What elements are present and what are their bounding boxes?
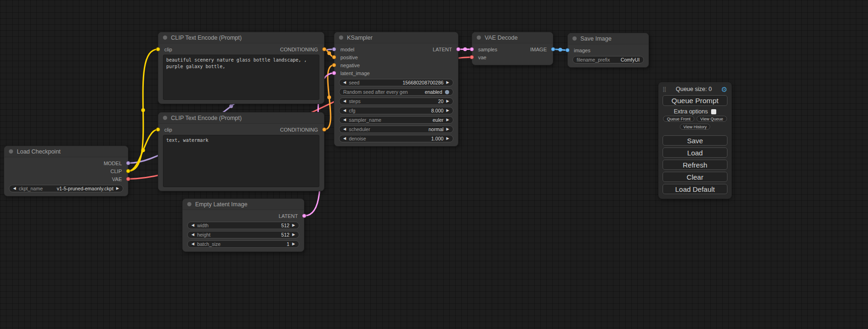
input-label-latent-image: latent_image [340, 70, 370, 76]
node-save-image[interactable]: Save Image images filename_prefix ComfyU… [567, 33, 649, 68]
output-port-clip[interactable] [126, 169, 130, 173]
node-title-bar[interactable]: KSampler [334, 32, 458, 43]
output-port-conditioning[interactable] [322, 47, 326, 51]
node-title-bar[interactable]: CLIP Text Encode (Prompt) [158, 112, 324, 124]
decrement-arrow-icon[interactable]: ◀ [191, 242, 194, 246]
widget-ckpt-name[interactable]: ◀ ckpt_name v1-5-pruned-emaonly.ckpt ▶ [9, 185, 123, 192]
wire-midpoint-dot [463, 48, 467, 51]
drag-handle-icon[interactable]: ⣿ [663, 86, 666, 92]
decrement-arrow-icon[interactable]: ◀ [343, 109, 346, 112]
node-clip-text-encode-negative[interactable]: CLIP Text Encode (Prompt) clip CONDITION… [158, 112, 325, 191]
collapse-icon[interactable] [9, 149, 13, 154]
output-port-vae[interactable] [126, 177, 130, 181]
decrement-arrow-icon[interactable]: ◀ [343, 137, 346, 140]
input-port-samples[interactable] [470, 47, 474, 51]
collapse-icon[interactable] [477, 35, 481, 40]
collapse-icon[interactable] [163, 35, 167, 40]
output-port-conditioning[interactable] [322, 127, 326, 132]
input-label-model: model [340, 47, 354, 52]
widget-cfg[interactable]: ◀ cfg 8.000 ▶ [339, 107, 453, 114]
widget-filename-prefix[interactable]: filename_prefix ComfyUI [572, 56, 644, 63]
input-port-positive[interactable] [332, 55, 336, 59]
increment-arrow-icon[interactable]: ▶ [292, 242, 295, 246]
increment-arrow-icon[interactable]: ▶ [116, 187, 119, 190]
decrement-arrow-icon[interactable]: ◀ [343, 118, 346, 122]
queue-size-label: Queue size: 0 [666, 86, 721, 92]
increment-arrow-icon[interactable]: ▶ [446, 137, 449, 140]
input-port-model[interactable] [332, 47, 336, 51]
decrement-arrow-icon[interactable]: ◀ [191, 233, 194, 237]
widget-sampler-name[interactable]: ◀ sampler_name euler ▶ [339, 116, 453, 124]
widget-label: scheduler [349, 126, 370, 132]
widget-label: sampler_name [349, 117, 381, 123]
widget-height[interactable]: ◀ height 512 ▶ [187, 231, 299, 238]
refresh-button[interactable]: Refresh [663, 160, 727, 170]
decrement-arrow-icon[interactable]: ◀ [343, 99, 346, 103]
input-port-clip[interactable] [156, 127, 160, 132]
extra-options-row: Extra options [663, 108, 727, 115]
extra-options-checkbox[interactable] [711, 109, 716, 114]
collapse-icon[interactable] [163, 116, 167, 120]
widget-value: normal [429, 126, 444, 132]
node-load-checkpoint[interactable]: Load Checkpoint MODEL CLIP VAE ◀ ckpt_na… [4, 146, 128, 196]
widget-batch-size[interactable]: ◀ batch_size 1 ▶ [187, 240, 299, 248]
collapse-icon[interactable] [339, 35, 343, 40]
node-empty-latent-image[interactable]: Empty Latent Image LATENT ◀ width 512 ▶ … [182, 198, 304, 252]
widget-value: 1.000 [431, 136, 444, 141]
decrement-arrow-icon[interactable]: ◀ [13, 187, 16, 190]
widget-width[interactable]: ◀ width 512 ▶ [187, 222, 299, 229]
collapse-icon[interactable] [187, 202, 191, 206]
collapse-icon[interactable] [572, 36, 577, 41]
settings-gear-icon[interactable]: ⚙ [721, 86, 727, 93]
node-title-bar[interactable]: VAE Decode [472, 32, 553, 43]
node-title-bar[interactable]: CLIP Text Encode (Prompt) [158, 32, 324, 43]
clear-button[interactable]: Clear [663, 172, 727, 182]
input-port-negative[interactable] [332, 63, 336, 67]
increment-arrow-icon[interactable]: ▶ [446, 81, 449, 84]
input-port-images[interactable] [565, 48, 570, 52]
widget-value: ComfyUI [621, 57, 640, 63]
increment-arrow-icon[interactable]: ▶ [292, 233, 295, 237]
view-history-button[interactable]: View History [680, 124, 711, 130]
decrement-arrow-icon[interactable]: ◀ [343, 81, 346, 84]
increment-arrow-icon[interactable]: ▶ [446, 118, 449, 122]
load-default-button[interactable]: Load Default [663, 184, 727, 194]
increment-arrow-icon[interactable]: ▶ [446, 109, 449, 112]
node-title-bar[interactable]: Load Checkpoint [4, 146, 128, 157]
output-port-image[interactable] [551, 47, 555, 51]
widget-denoise[interactable]: ◀ denoise 1.000 ▶ [339, 135, 453, 142]
decrement-arrow-icon[interactable]: ◀ [343, 127, 346, 131]
queue-front-button[interactable]: Queue Front [663, 116, 694, 122]
toggle-dot-icon[interactable] [445, 90, 449, 94]
output-port-latent[interactable] [456, 47, 460, 51]
negative-prompt-textarea[interactable]: text, watermark [163, 135, 319, 187]
widget-seed[interactable]: ◀ seed 156680208700286 ▶ [339, 79, 453, 86]
output-port-latent[interactable] [302, 214, 306, 218]
node-title-bar[interactable]: Save Image [568, 33, 649, 44]
node-ksampler[interactable]: KSampler model LATENT positive negative … [334, 32, 459, 147]
input-port-vae[interactable] [470, 55, 474, 59]
save-button[interactable]: Save [663, 135, 727, 146]
load-button[interactable]: Load [663, 147, 727, 158]
view-queue-button[interactable]: View Queue [697, 116, 727, 122]
increment-arrow-icon[interactable]: ▶ [446, 127, 449, 131]
increment-arrow-icon[interactable]: ▶ [446, 99, 449, 103]
input-port-clip[interactable] [156, 47, 160, 51]
widget-scheduler[interactable]: ◀ scheduler normal ▶ [339, 126, 453, 133]
positive-prompt-textarea[interactable]: beautiful scenery nature glass bottle la… [163, 55, 319, 100]
graph-canvas[interactable]: { "colors": { "model": "#B39DDB", "clip"… [0, 0, 868, 329]
widget-steps[interactable]: ◀ steps 20 ▶ [339, 98, 453, 105]
node-title-bar[interactable]: Empty Latent Image [183, 199, 304, 210]
increment-arrow-icon[interactable]: ▶ [292, 224, 295, 227]
history-row: View History [663, 124, 727, 130]
node-title: VAE Decode [485, 35, 518, 41]
output-port-model[interactable] [126, 161, 130, 165]
queue-prompt-button[interactable]: Queue Prompt [663, 95, 727, 106]
node-vae-decode[interactable]: VAE Decode samples IMAGE vae [472, 32, 553, 65]
decrement-arrow-icon[interactable]: ◀ [191, 224, 194, 227]
widget-value: 8.000 [431, 108, 444, 113]
widget-control-after-generate[interactable]: Random seed after every gen enabled [339, 88, 453, 96]
input-port-latent-image[interactable] [332, 71, 336, 75]
wire-midpoint-dot [327, 96, 331, 99]
node-clip-text-encode-positive[interactable]: CLIP Text Encode (Prompt) clip CONDITION… [158, 32, 325, 104]
